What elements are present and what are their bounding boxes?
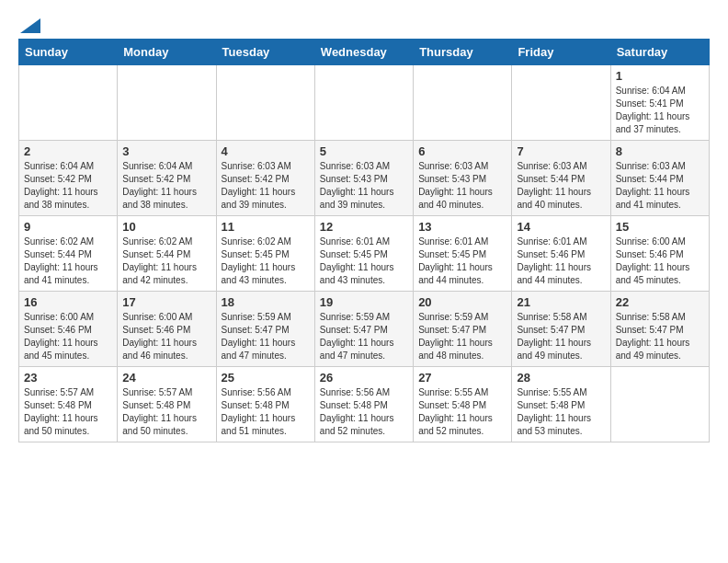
calendar-day-cell: 4Sunrise: 6:03 AM Sunset: 5:42 PM Daylig… [216, 141, 314, 216]
calendar-day-cell: 25Sunrise: 5:56 AM Sunset: 5:48 PM Dayli… [216, 367, 314, 442]
day-number: 12 [320, 220, 408, 234]
day-sun-info: Sunrise: 6:00 AM Sunset: 5:46 PM Dayligh… [122, 311, 210, 362]
day-sun-info: Sunrise: 6:03 AM Sunset: 5:44 PM Dayligh… [517, 160, 605, 212]
day-sun-info: Sunrise: 5:55 AM Sunset: 5:48 PM Dayligh… [517, 386, 605, 438]
calendar-day-cell: 10Sunrise: 6:02 AM Sunset: 5:44 PM Dayli… [118, 216, 216, 292]
calendar-day-cell: 6Sunrise: 6:03 AM Sunset: 5:43 PM Daylig… [414, 141, 512, 216]
calendar-day-cell [314, 65, 413, 141]
calendar-day-cell: 1Sunrise: 6:04 AM Sunset: 5:41 PM Daylig… [610, 65, 709, 141]
day-number: 28 [517, 371, 605, 385]
day-sun-info: Sunrise: 5:55 AM Sunset: 5:48 PM Dayligh… [418, 386, 506, 438]
day-number: 20 [418, 295, 506, 309]
day-number: 16 [24, 295, 112, 309]
day-sun-info: Sunrise: 6:04 AM Sunset: 5:42 PM Dayligh… [122, 160, 210, 212]
calendar-day-cell: 19Sunrise: 5:59 AM Sunset: 5:47 PM Dayli… [314, 292, 413, 367]
day-sun-info: Sunrise: 6:03 AM Sunset: 5:43 PM Dayligh… [418, 160, 506, 212]
calendar-day-cell [414, 65, 512, 141]
day-number: 19 [320, 295, 408, 309]
day-sun-info: Sunrise: 6:03 AM Sunset: 5:42 PM Dayligh… [222, 160, 310, 212]
day-number: 27 [418, 371, 506, 385]
calendar-week-row: 23Sunrise: 5:57 AM Sunset: 5:48 PM Dayli… [19, 367, 710, 442]
calendar-week-row: 1Sunrise: 6:04 AM Sunset: 5:41 PM Daylig… [19, 65, 710, 141]
day-sun-info: Sunrise: 5:59 AM Sunset: 5:47 PM Dayligh… [222, 311, 310, 362]
day-sun-info: Sunrise: 5:59 AM Sunset: 5:47 PM Dayligh… [320, 311, 408, 362]
day-sun-info: Sunrise: 6:02 AM Sunset: 5:45 PM Dayligh… [222, 236, 310, 287]
calendar-day-cell: 28Sunrise: 5:55 AM Sunset: 5:48 PM Dayli… [512, 367, 610, 442]
calendar-day-cell: 13Sunrise: 6:01 AM Sunset: 5:45 PM Dayli… [414, 216, 512, 292]
calendar-day-cell [118, 65, 216, 141]
day-number: 7 [517, 144, 605, 158]
day-number: 23 [24, 371, 112, 385]
day-sun-info: Sunrise: 6:03 AM Sunset: 5:44 PM Dayligh… [616, 160, 704, 212]
day-number: 2 [24, 144, 112, 158]
calendar-day-cell: 27Sunrise: 5:55 AM Sunset: 5:48 PM Dayli… [414, 367, 512, 442]
day-number: 4 [222, 144, 310, 158]
calendar-header-row: SundayMondayTuesdayWednesdayThursdayFrid… [19, 40, 710, 65]
calendar-day-cell: 24Sunrise: 5:57 AM Sunset: 5:48 PM Dayli… [118, 367, 216, 442]
day-sun-info: Sunrise: 5:57 AM Sunset: 5:48 PM Dayligh… [122, 386, 210, 438]
calendar-day-cell [19, 65, 118, 141]
day-sun-info: Sunrise: 5:58 AM Sunset: 5:47 PM Dayligh… [517, 311, 605, 362]
page-header [18, 18, 710, 29]
calendar-day-cell: 3Sunrise: 6:04 AM Sunset: 5:42 PM Daylig… [118, 141, 216, 216]
day-number: 13 [418, 220, 506, 234]
day-sun-info: Sunrise: 5:56 AM Sunset: 5:48 PM Dayligh… [320, 386, 408, 438]
day-sun-info: Sunrise: 6:04 AM Sunset: 5:42 PM Dayligh… [24, 160, 112, 212]
day-number: 10 [122, 220, 210, 234]
day-number: 9 [24, 220, 112, 234]
day-of-week-header: Saturday [610, 40, 709, 65]
logo [18, 18, 40, 29]
day-number: 26 [320, 371, 408, 385]
calendar-day-cell: 17Sunrise: 6:00 AM Sunset: 5:46 PM Dayli… [118, 292, 216, 367]
day-sun-info: Sunrise: 6:02 AM Sunset: 5:44 PM Dayligh… [24, 236, 112, 287]
calendar-day-cell: 12Sunrise: 6:01 AM Sunset: 5:45 PM Dayli… [314, 216, 413, 292]
day-sun-info: Sunrise: 5:58 AM Sunset: 5:47 PM Dayligh… [616, 311, 704, 362]
day-sun-info: Sunrise: 6:03 AM Sunset: 5:43 PM Dayligh… [320, 160, 408, 212]
calendar-day-cell: 22Sunrise: 5:58 AM Sunset: 5:47 PM Dayli… [610, 292, 709, 367]
day-number: 14 [517, 220, 605, 234]
calendar-day-cell: 26Sunrise: 5:56 AM Sunset: 5:48 PM Dayli… [314, 367, 413, 442]
day-number: 18 [222, 295, 310, 309]
calendar-day-cell: 14Sunrise: 6:01 AM Sunset: 5:46 PM Dayli… [512, 216, 610, 292]
calendar-day-cell: 15Sunrise: 6:00 AM Sunset: 5:46 PM Dayli… [610, 216, 709, 292]
day-sun-info: Sunrise: 6:04 AM Sunset: 5:41 PM Dayligh… [616, 85, 704, 136]
day-number: 21 [517, 295, 605, 309]
calendar-table: SundayMondayTuesdayWednesdayThursdayFrid… [18, 39, 710, 442]
calendar-week-row: 9Sunrise: 6:02 AM Sunset: 5:44 PM Daylig… [19, 216, 710, 292]
day-number: 3 [122, 144, 210, 158]
calendar-day-cell [216, 65, 314, 141]
calendar-day-cell: 9Sunrise: 6:02 AM Sunset: 5:44 PM Daylig… [19, 216, 118, 292]
day-number: 22 [616, 295, 704, 309]
day-number: 24 [122, 371, 210, 385]
day-number: 8 [616, 144, 704, 158]
calendar-day-cell: 5Sunrise: 6:03 AM Sunset: 5:43 PM Daylig… [314, 141, 413, 216]
calendar-day-cell [512, 65, 610, 141]
day-of-week-header: Tuesday [216, 40, 314, 65]
day-number: 11 [222, 220, 310, 234]
day-number: 5 [320, 144, 408, 158]
day-of-week-header: Wednesday [314, 40, 413, 65]
calendar-day-cell: 7Sunrise: 6:03 AM Sunset: 5:44 PM Daylig… [512, 141, 610, 216]
calendar-day-cell: 21Sunrise: 5:58 AM Sunset: 5:47 PM Dayli… [512, 292, 610, 367]
day-sun-info: Sunrise: 6:00 AM Sunset: 5:46 PM Dayligh… [616, 236, 704, 287]
day-sun-info: Sunrise: 6:01 AM Sunset: 5:46 PM Dayligh… [517, 236, 605, 287]
calendar-week-row: 2Sunrise: 6:04 AM Sunset: 5:42 PM Daylig… [19, 141, 710, 216]
day-sun-info: Sunrise: 5:57 AM Sunset: 5:48 PM Dayligh… [24, 386, 112, 438]
day-sun-info: Sunrise: 6:00 AM Sunset: 5:46 PM Dayligh… [24, 311, 112, 362]
calendar-day-cell: 23Sunrise: 5:57 AM Sunset: 5:48 PM Dayli… [19, 367, 118, 442]
day-number: 1 [616, 69, 704, 83]
day-of-week-header: Friday [512, 40, 610, 65]
calendar-week-row: 16Sunrise: 6:00 AM Sunset: 5:46 PM Dayli… [19, 292, 710, 367]
day-number: 6 [418, 144, 506, 158]
logo-icon [20, 18, 40, 33]
calendar-day-cell [610, 367, 709, 442]
day-number: 17 [122, 295, 210, 309]
calendar-day-cell: 2Sunrise: 6:04 AM Sunset: 5:42 PM Daylig… [19, 141, 118, 216]
day-number: 25 [222, 371, 310, 385]
day-sun-info: Sunrise: 6:01 AM Sunset: 5:45 PM Dayligh… [320, 236, 408, 287]
day-of-week-header: Sunday [19, 40, 118, 65]
day-number: 15 [616, 220, 704, 234]
day-of-week-header: Thursday [414, 40, 512, 65]
day-sun-info: Sunrise: 5:59 AM Sunset: 5:47 PM Dayligh… [418, 311, 506, 362]
calendar-day-cell: 8Sunrise: 6:03 AM Sunset: 5:44 PM Daylig… [610, 141, 709, 216]
